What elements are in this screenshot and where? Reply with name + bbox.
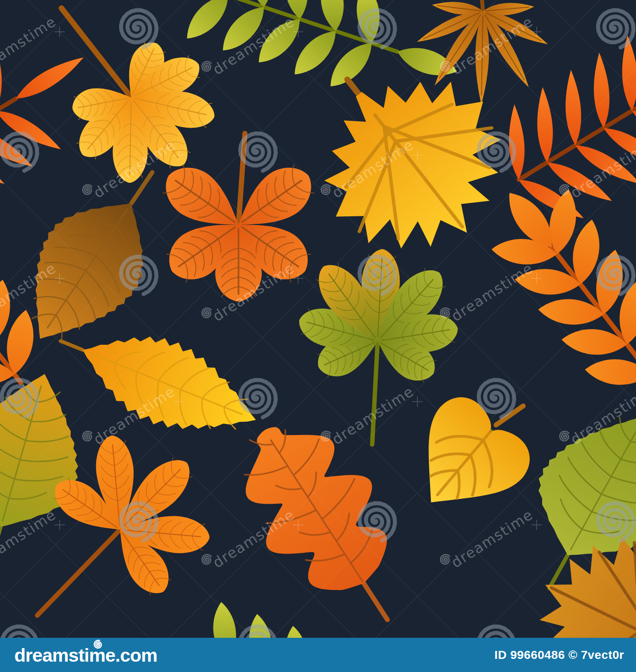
svg-text:dreamstime: dreamstime [329, 383, 417, 448]
dreamstime-footer-bar: dreamstime.com ID 99660486 © 7vect0r [0, 638, 636, 672]
svg-text:dreamstime: dreamstime [568, 383, 636, 448]
watermark-text: dreamstime [0, 9, 59, 83]
watermark-spiral-icon [359, 503, 395, 541]
watermark-text: dreamstime [200, 502, 298, 576]
watermark-spiral-icon [240, 134, 275, 171]
dreamstime-logo-spiral-icon [91, 638, 105, 651]
svg-text:dreamstime: dreamstime [448, 13, 536, 78]
watermark-spiral-icon [479, 134, 514, 171]
watermark-text: dreamstime [81, 132, 178, 206]
watermark-spiral-icon [2, 627, 37, 638]
svg-text:dreamstime: dreamstime [568, 136, 636, 201]
svg-text:dreamstime: dreamstime [0, 260, 59, 324]
watermark-text: dreamstime [200, 9, 298, 83]
watermark-spiral-icon [2, 134, 37, 171]
dreamstime-logo: dreamstime.com [14, 644, 157, 666]
image-id-and-author: ID 99660486 © 7vect0r [494, 648, 624, 662]
watermark-spiral-icon [121, 503, 156, 541]
watermark-spiral-icon [121, 10, 156, 48]
watermark-text: dreamstime [200, 256, 298, 329]
watermark-text: dreamstime [439, 256, 536, 329]
svg-text:dreamstime: dreamstime [448, 506, 536, 571]
watermark-spiral-icon [479, 380, 514, 418]
watermark-text: dreamstime [0, 256, 59, 329]
watermark-text: dreamstime [558, 132, 636, 206]
svg-text:dreamstime: dreamstime [0, 13, 59, 78]
watermark-text: dreamstime [320, 379, 417, 453]
dreamstime-logo-text: dreamstime.com [14, 645, 157, 666]
svg-text:dreamstime: dreamstime [91, 136, 178, 201]
watermark-text: dreamstime [439, 502, 536, 576]
svg-text:dreamstime: dreamstime [210, 260, 297, 324]
watermark-spiral-icon [2, 380, 37, 418]
watermark-spiral-icon [598, 10, 633, 48]
watermark-spiral-icon [121, 257, 156, 294]
svg-text:dreamstime: dreamstime [0, 506, 59, 571]
watermark-spiral-icon [479, 627, 514, 638]
stock-image-preview: dreamstimedreamstimedreamstimedreamstime… [0, 0, 636, 672]
watermark-text: dreamstime [320, 132, 417, 206]
svg-text:dreamstime: dreamstime [210, 13, 297, 78]
watermark-spiral-icon [359, 257, 395, 294]
svg-text:dreamstime: dreamstime [91, 383, 178, 448]
watermark-spiral-icon [240, 380, 275, 418]
watermark-spiral-icon [240, 627, 275, 638]
watermark-spiral-icon [598, 503, 633, 541]
svg-text:dreamstime: dreamstime [210, 506, 297, 571]
watermark-text: dreamstime [81, 379, 178, 453]
watermark-spiral-icon [359, 10, 395, 48]
watermark-spiral-icon [598, 257, 633, 294]
watermark-text: dreamstime [439, 9, 536, 83]
watermark-layer: dreamstimedreamstimedreamstimedreamstime… [0, 0, 636, 638]
